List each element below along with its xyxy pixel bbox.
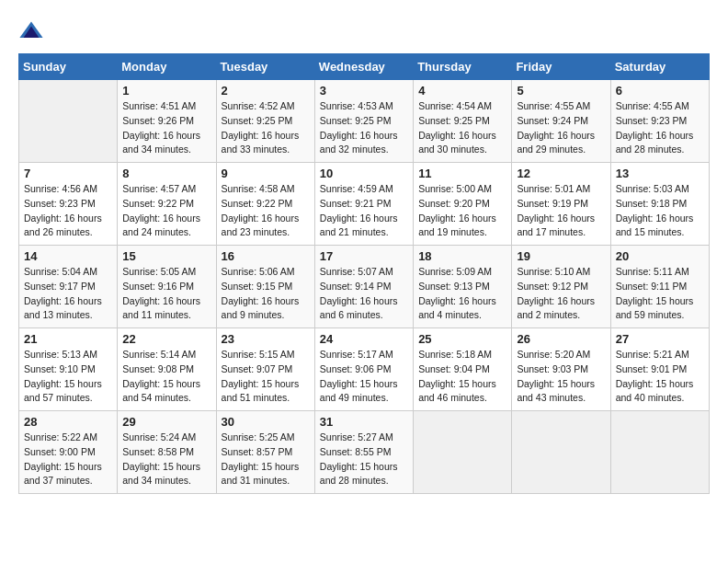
daylight: Daylight: 15 hours and 40 minutes. bbox=[616, 377, 704, 407]
sunrise: Sunrise: 4:54 AM bbox=[418, 99, 506, 114]
day-info: Sunrise: 5:22 AM Sunset: 9:00 PM Dayligh… bbox=[24, 431, 112, 488]
calendar-cell: 21 Sunrise: 5:13 AM Sunset: 9:10 PM Dayl… bbox=[19, 328, 118, 411]
day-info: Sunrise: 5:21 AM Sunset: 9:01 PM Dayligh… bbox=[616, 348, 704, 406]
sunrise: Sunrise: 5:07 AM bbox=[320, 265, 408, 280]
sunrise: Sunrise: 4:58 AM bbox=[222, 182, 310, 197]
calendar-cell: 16 Sunrise: 5:06 AM Sunset: 9:15 PM Dayl… bbox=[216, 246, 314, 328]
sunset: Sunset: 9:04 PM bbox=[418, 362, 506, 377]
sunrise: Sunrise: 4:51 AM bbox=[122, 99, 210, 114]
day-number: 17 bbox=[320, 249, 408, 263]
weekday-header: Friday bbox=[512, 54, 610, 80]
sunrise: Sunrise: 5:25 AM bbox=[222, 431, 310, 445]
calendar-cell: 10 Sunrise: 4:59 AM Sunset: 9:21 PM Dayl… bbox=[314, 163, 413, 246]
day-number: 4 bbox=[418, 84, 506, 98]
day-info: Sunrise: 5:18 AM Sunset: 9:04 PM Dayligh… bbox=[418, 348, 506, 406]
daylight: Daylight: 16 hours and 4 minutes. bbox=[418, 294, 506, 324]
sunset: Sunset: 9:15 PM bbox=[222, 280, 310, 294]
day-number: 2 bbox=[222, 84, 310, 98]
sunrise: Sunrise: 5:01 AM bbox=[517, 182, 605, 197]
day-number: 8 bbox=[122, 167, 210, 180]
sunrise: Sunrise: 4:59 AM bbox=[320, 182, 408, 197]
weekday-header: Thursday bbox=[414, 54, 512, 80]
daylight: Daylight: 15 hours and 59 minutes. bbox=[616, 294, 704, 324]
daylight: Daylight: 15 hours and 37 minutes. bbox=[24, 460, 112, 489]
calendar-cell: 30 Sunrise: 5:25 AM Sunset: 8:57 PM Dayl… bbox=[216, 411, 314, 494]
day-info: Sunrise: 5:20 AM Sunset: 9:03 PM Dayligh… bbox=[517, 348, 605, 406]
header bbox=[18, 18, 710, 44]
day-number: 11 bbox=[418, 167, 506, 180]
sunset: Sunset: 9:19 PM bbox=[517, 197, 605, 212]
sunrise: Sunrise: 5:10 AM bbox=[517, 265, 605, 280]
sunrise: Sunrise: 5:05 AM bbox=[122, 265, 210, 280]
sunset: Sunset: 8:55 PM bbox=[320, 445, 408, 460]
daylight: Daylight: 16 hours and 34 minutes. bbox=[122, 129, 210, 158]
day-info: Sunrise: 5:03 AM Sunset: 9:18 PM Dayligh… bbox=[616, 182, 704, 240]
daylight: Daylight: 16 hours and 17 minutes. bbox=[517, 212, 605, 241]
day-number: 18 bbox=[418, 249, 506, 263]
day-info: Sunrise: 5:24 AM Sunset: 8:58 PM Dayligh… bbox=[122, 431, 210, 488]
day-number: 15 bbox=[122, 249, 210, 263]
calendar-cell: 22 Sunrise: 5:14 AM Sunset: 9:08 PM Dayl… bbox=[118, 328, 216, 411]
day-number: 23 bbox=[222, 332, 310, 346]
calendar-cell: 29 Sunrise: 5:24 AM Sunset: 8:58 PM Dayl… bbox=[118, 411, 216, 494]
daylight: Daylight: 15 hours and 31 minutes. bbox=[222, 460, 310, 489]
daylight: Daylight: 16 hours and 32 minutes. bbox=[320, 129, 408, 158]
calendar-cell: 3 Sunrise: 4:53 AM Sunset: 9:25 PM Dayli… bbox=[314, 80, 413, 163]
calendar-cell: 11 Sunrise: 5:00 AM Sunset: 9:20 PM Dayl… bbox=[414, 163, 512, 246]
sunrise: Sunrise: 5:06 AM bbox=[222, 265, 310, 280]
sunset: Sunset: 9:26 PM bbox=[122, 114, 210, 129]
day-number: 29 bbox=[122, 415, 210, 429]
day-number: 13 bbox=[616, 167, 704, 180]
day-number: 25 bbox=[418, 332, 506, 346]
daylight: Daylight: 16 hours and 13 minutes. bbox=[24, 294, 112, 324]
sunrise: Sunrise: 5:11 AM bbox=[616, 265, 704, 280]
day-info: Sunrise: 4:51 AM Sunset: 9:26 PM Dayligh… bbox=[122, 99, 210, 157]
sunset: Sunset: 9:25 PM bbox=[320, 114, 408, 129]
daylight: Daylight: 16 hours and 33 minutes. bbox=[222, 129, 310, 158]
day-info: Sunrise: 5:14 AM Sunset: 9:08 PM Dayligh… bbox=[122, 348, 210, 406]
sunrise: Sunrise: 5:24 AM bbox=[122, 431, 210, 445]
day-number: 24 bbox=[320, 332, 408, 346]
sunset: Sunset: 9:00 PM bbox=[24, 445, 112, 460]
day-number: 19 bbox=[517, 249, 605, 263]
weekday-header: Tuesday bbox=[216, 54, 314, 80]
sunrise: Sunrise: 4:53 AM bbox=[320, 99, 408, 114]
calendar-cell: 1 Sunrise: 4:51 AM Sunset: 9:26 PM Dayli… bbox=[118, 80, 216, 163]
sunrise: Sunrise: 5:03 AM bbox=[616, 182, 704, 197]
calendar-cell: 26 Sunrise: 5:20 AM Sunset: 9:03 PM Dayl… bbox=[512, 328, 610, 411]
sunrise: Sunrise: 4:56 AM bbox=[24, 182, 112, 197]
calendar-cell: 27 Sunrise: 5:21 AM Sunset: 9:01 PM Dayl… bbox=[610, 328, 709, 411]
day-number: 6 bbox=[616, 84, 704, 98]
sunrise: Sunrise: 5:15 AM bbox=[222, 348, 310, 362]
sunrise: Sunrise: 5:22 AM bbox=[24, 431, 112, 445]
daylight: Daylight: 16 hours and 29 minutes. bbox=[517, 129, 605, 158]
sunset: Sunset: 9:22 PM bbox=[222, 197, 310, 212]
day-number: 28 bbox=[24, 415, 112, 429]
daylight: Daylight: 15 hours and 54 minutes. bbox=[122, 377, 210, 407]
sunrise: Sunrise: 5:09 AM bbox=[418, 265, 506, 280]
logo-icon bbox=[18, 18, 44, 44]
sunrise: Sunrise: 4:57 AM bbox=[122, 182, 210, 197]
sunset: Sunset: 9:16 PM bbox=[122, 280, 210, 294]
sunrise: Sunrise: 5:14 AM bbox=[122, 348, 210, 362]
sunset: Sunset: 9:22 PM bbox=[122, 197, 210, 212]
daylight: Daylight: 16 hours and 9 minutes. bbox=[222, 294, 310, 324]
calendar-cell: 15 Sunrise: 5:05 AM Sunset: 9:16 PM Dayl… bbox=[118, 246, 216, 328]
day-number: 30 bbox=[222, 415, 310, 429]
day-number: 10 bbox=[320, 167, 408, 180]
day-number: 1 bbox=[122, 84, 210, 98]
sunrise: Sunrise: 4:52 AM bbox=[222, 99, 310, 114]
day-info: Sunrise: 5:07 AM Sunset: 9:14 PM Dayligh… bbox=[320, 265, 408, 323]
day-number: 9 bbox=[222, 167, 310, 180]
sunset: Sunset: 9:06 PM bbox=[320, 362, 408, 377]
day-number: 22 bbox=[122, 332, 210, 346]
daylight: Daylight: 15 hours and 49 minutes. bbox=[320, 377, 408, 407]
day-info: Sunrise: 5:09 AM Sunset: 9:13 PM Dayligh… bbox=[418, 265, 506, 323]
daylight: Daylight: 16 hours and 24 minutes. bbox=[122, 212, 210, 241]
daylight: Daylight: 16 hours and 30 minutes. bbox=[418, 129, 506, 158]
day-info: Sunrise: 4:52 AM Sunset: 9:25 PM Dayligh… bbox=[222, 99, 310, 157]
calendar-cell: 18 Sunrise: 5:09 AM Sunset: 9:13 PM Dayl… bbox=[414, 246, 512, 328]
sunset: Sunset: 9:01 PM bbox=[616, 362, 704, 377]
day-info: Sunrise: 4:59 AM Sunset: 9:21 PM Dayligh… bbox=[320, 182, 408, 240]
day-info: Sunrise: 5:15 AM Sunset: 9:07 PM Dayligh… bbox=[222, 348, 310, 406]
